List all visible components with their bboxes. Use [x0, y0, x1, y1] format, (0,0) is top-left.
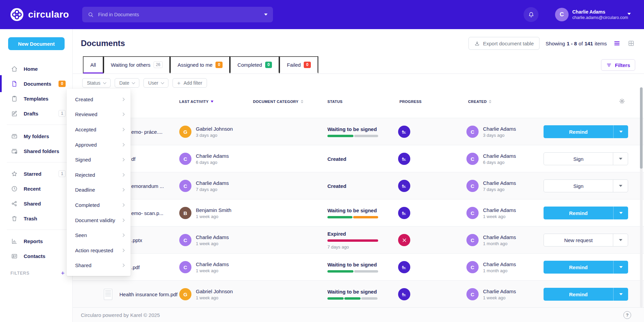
- column-header-last-activity[interactable]: LAST ACTIVITY: [179, 95, 213, 108]
- menu-item-action-requested[interactable]: Action requested: [67, 243, 131, 258]
- menu-item-rejected[interactable]: Rejected: [67, 167, 131, 183]
- progress-segment: [327, 239, 378, 242]
- action-label[interactable]: Remind: [544, 288, 613, 301]
- filters-button[interactable]: Filters: [601, 59, 635, 71]
- action-dropdown[interactable]: [613, 153, 628, 165]
- sidebar-item-recent[interactable]: Recent: [0, 181, 72, 196]
- sidebar-item-templates[interactable]: Templates: [0, 91, 72, 106]
- menu-item-reviewed[interactable]: Reviewed: [67, 107, 131, 122]
- export-document-table-button[interactable]: Export document table: [468, 37, 539, 50]
- global-search[interactable]: [82, 7, 273, 22]
- column-header-status[interactable]: STATUS: [327, 95, 343, 108]
- action-dropdown[interactable]: [613, 261, 628, 274]
- column-header-created[interactable]: CREATED: [468, 95, 491, 108]
- menu-item-deadline[interactable]: Deadline: [67, 183, 131, 198]
- sign-button[interactable]: Sign: [544, 179, 628, 192]
- document-name-cell[interactable]: emo- práce....: [131, 118, 163, 145]
- action-label[interactable]: Sign: [544, 153, 613, 165]
- failed-progress-icon[interactable]: [398, 234, 410, 246]
- user-menu-caret-icon[interactable]: [627, 13, 631, 15]
- document-name-cell[interactable]: emo- scan.p...: [131, 199, 163, 227]
- document-name-cell[interactable]: emorandum ...: [131, 172, 164, 199]
- column-settings-gear-icon[interactable]: [619, 98, 625, 105]
- menu-item-completed[interactable]: Completed: [67, 197, 131, 213]
- search-scope-caret-icon[interactable]: [264, 14, 268, 16]
- list-view-button[interactable]: [613, 39, 621, 47]
- filter-chip-date[interactable]: Date: [115, 78, 140, 88]
- help-icon[interactable]: ?: [623, 311, 631, 319]
- status-label: Waiting to be signed: [327, 262, 377, 267]
- filter-chip-status[interactable]: Status: [82, 78, 111, 88]
- menu-item-shared[interactable]: Shared: [67, 258, 131, 273]
- sidebar-item-shared-folders[interactable]: Shared folders: [0, 144, 72, 158]
- last-activity-cell: CCharlie Adams7 days ago: [179, 172, 229, 199]
- document-name-cell[interactable]: df: [131, 145, 136, 172]
- sidebar-item-drafts[interactable]: Drafts1: [0, 106, 72, 121]
- user-avatar: C: [555, 8, 569, 21]
- chevron-right-icon: [121, 203, 125, 207]
- sidebar-item-shared[interactable]: Shared: [0, 196, 72, 211]
- remind-button[interactable]: Remind: [544, 125, 628, 138]
- search-input[interactable]: [98, 12, 260, 17]
- document-name-cell[interactable]: Health insurance form.pdf: [104, 281, 178, 308]
- tab-assigned-to-me[interactable]: Assigned to me0: [170, 56, 230, 73]
- progress-segment: [327, 135, 353, 137]
- action-label[interactable]: Remind: [544, 261, 613, 274]
- signature-progress-icon[interactable]: [398, 180, 410, 192]
- sidebar-item-reports[interactable]: Reports: [0, 234, 72, 249]
- grid-view-button[interactable]: [627, 39, 635, 47]
- action-label[interactable]: Remind: [544, 125, 613, 138]
- signature-progress-icon[interactable]: [398, 288, 410, 300]
- sidebar-item-starred[interactable]: Starred1: [0, 166, 72, 181]
- download-icon: [474, 41, 480, 46]
- action-dropdown[interactable]: [613, 207, 628, 219]
- action-label[interactable]: Sign: [544, 180, 613, 192]
- remind-button[interactable]: Remind: [544, 261, 628, 274]
- menu-item-approved[interactable]: Approved: [67, 137, 131, 152]
- tab-waiting-for-others[interactable]: Waiting for others26: [104, 56, 170, 73]
- action-label[interactable]: Remind: [544, 207, 613, 219]
- user-menu[interactable]: C Charlie Adams charlie.adams@circularo.…: [555, 7, 628, 22]
- new-request-button[interactable]: New request: [544, 234, 628, 246]
- star-icon: [10, 170, 18, 177]
- filter-chip-user[interactable]: User: [143, 78, 168, 88]
- signature-progress-icon[interactable]: [398, 153, 410, 165]
- brand-logo[interactable]: circularo: [10, 0, 69, 29]
- action-dropdown[interactable]: [613, 125, 628, 138]
- signature-progress-icon[interactable]: [398, 207, 410, 219]
- action-dropdown[interactable]: [613, 180, 628, 192]
- caret-down-icon: [619, 131, 623, 133]
- add-filter-chip[interactable]: +Add filter: [172, 78, 207, 88]
- new-document-button[interactable]: New Document: [8, 37, 65, 50]
- signature-progress-icon[interactable]: [398, 126, 410, 138]
- caret-down-icon: [619, 266, 623, 268]
- document-name-cell[interactable]: .pdf: [131, 254, 140, 281]
- tab-all[interactable]: All: [83, 56, 104, 73]
- sidebar-item-contacts[interactable]: Contacts: [0, 249, 72, 263]
- signature-progress-icon[interactable]: [398, 261, 410, 273]
- sidebar-item-documents[interactable]: Documents0: [0, 76, 72, 91]
- menu-item-document-validity[interactable]: Document validity: [67, 213, 131, 228]
- column-header-progress[interactable]: PROGRESS: [399, 95, 422, 108]
- sign-button[interactable]: Sign: [544, 152, 628, 165]
- column-header-document-category[interactable]: DOCUMENT CATEGORY: [253, 95, 303, 108]
- sidebar-item-trash[interactable]: Trash: [0, 211, 72, 226]
- notifications-button[interactable]: [524, 7, 538, 22]
- sidebar-item-home[interactable]: Home: [0, 61, 72, 76]
- tab-failed[interactable]: Failed0: [279, 56, 318, 73]
- plus-icon: +: [177, 80, 181, 86]
- action-dropdown[interactable]: [613, 234, 628, 246]
- sidebar-item-my-folders[interactable]: My folders: [0, 129, 72, 144]
- scrollbar-thumb[interactable]: [640, 87, 643, 169]
- menu-item-created[interactable]: Created: [67, 92, 131, 107]
- document-name-cell[interactable]: .pptx: [131, 227, 142, 254]
- remind-button[interactable]: Remind: [544, 207, 628, 219]
- menu-item-seen[interactable]: Seen: [67, 228, 131, 243]
- remind-button[interactable]: Remind: [544, 288, 628, 301]
- tab-completed[interactable]: Completed0: [230, 56, 279, 73]
- menu-item-signed[interactable]: Signed: [67, 152, 131, 167]
- menu-item-accepted[interactable]: Accepted: [67, 122, 131, 137]
- action-dropdown[interactable]: [613, 288, 628, 301]
- add-filter-plus-icon[interactable]: +: [61, 270, 65, 276]
- action-label[interactable]: New request: [544, 234, 613, 246]
